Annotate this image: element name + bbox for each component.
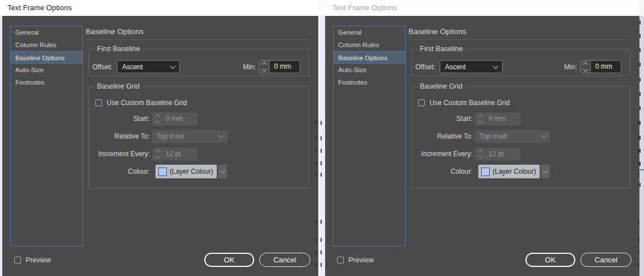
dialog-body: General Column Rules Baseline Options Au… xyxy=(325,16,639,276)
stepper-up-down-icon[interactable] xyxy=(581,61,591,73)
preview-checkbox[interactable] xyxy=(14,257,21,264)
window-title: Text Frame Options xyxy=(332,0,397,16)
panel-title: Baseline Options xyxy=(409,27,466,36)
relative-to-dropdown[interactable]: Top Inset xyxy=(152,130,228,143)
baseline-grid-legend: Baseline Grid xyxy=(94,82,142,90)
cancel-button[interactable]: Cancel xyxy=(259,253,310,267)
chevron-down-icon xyxy=(493,63,499,69)
background-sliver-right xyxy=(639,0,644,276)
offset-label: Offset: xyxy=(92,63,112,71)
sidebar-item-column-rules[interactable]: Column Rules xyxy=(334,39,405,51)
layer-colour-swatch xyxy=(158,168,167,176)
start-value: 0 mm xyxy=(486,115,506,123)
chevron-down-icon xyxy=(218,133,224,139)
first-baseline-group: First Baseline Offset: Ascent Min: 0 mm xyxy=(89,49,309,76)
sidebar-item-general[interactable]: General xyxy=(11,26,82,39)
cancel-button[interactable]: Cancel xyxy=(580,253,632,267)
text-frame-options-window-active: Text Frame Options General Column Rules … xyxy=(0,0,318,276)
sidebar-item-baseline-options[interactable]: Baseline Options xyxy=(11,51,82,64)
colour-label: Colour: xyxy=(89,168,150,175)
offset-dropdown[interactable]: Ascent xyxy=(440,60,503,73)
offset-label: Offset: xyxy=(415,63,435,71)
chevron-down-icon xyxy=(170,63,176,69)
stepper-up-down-icon xyxy=(475,115,486,123)
stepper-up-down-icon[interactable] xyxy=(260,61,270,73)
offset-dropdown[interactable]: Ascent xyxy=(117,60,180,73)
use-custom-baseline-grid-label: Use Custom Baseline Grid xyxy=(430,99,510,107)
layer-colour-swatch xyxy=(481,168,490,176)
window-titlebar[interactable]: Text Frame Options xyxy=(0,0,318,16)
start-stepper-input[interactable]: 0 mm xyxy=(152,112,197,126)
min-stepper-input[interactable]: 0 mm xyxy=(580,60,621,73)
background-gap-strip xyxy=(318,0,325,276)
window-title: Text Frame Options xyxy=(7,0,71,16)
increment-every-label: Increment Every: xyxy=(412,150,473,158)
relative-to-label: Relative To: xyxy=(89,132,150,140)
panel-title: Baseline Options xyxy=(86,27,144,36)
dialog-section-list: General Column Rules Baseline Options Au… xyxy=(333,26,406,246)
preview-label: Preview xyxy=(348,256,373,264)
increment-every-value: 12 pt xyxy=(486,150,504,158)
dialog-body: General Column Rules Baseline Options Au… xyxy=(2,16,318,276)
relative-to-value: Top Inset xyxy=(157,132,184,140)
min-value[interactable]: 0 mm xyxy=(591,61,621,73)
min-label: Min: xyxy=(564,63,577,71)
baseline-grid-group: Baseline Grid Use Custom Baseline Grid S… xyxy=(89,86,309,189)
baseline-grid-legend: Baseline Grid xyxy=(417,82,465,90)
colour-value: (Layer Colour) xyxy=(170,168,213,175)
first-baseline-group: First Baseline Offset: Ascent Min: 0 mm xyxy=(411,49,630,76)
sidebar-item-footnotes[interactable]: Footnotes xyxy=(11,76,82,89)
preview-checkbox[interactable] xyxy=(337,257,344,264)
use-custom-baseline-grid-label: Use Custom Baseline Grid xyxy=(107,99,187,107)
chevron-down-icon[interactable] xyxy=(541,165,550,178)
sidebar-item-auto-size[interactable]: Auto-Size xyxy=(11,64,82,76)
sidebar-item-auto-size[interactable]: Auto-Size xyxy=(334,64,405,76)
sidebar-item-column-rules[interactable]: Column Rules xyxy=(11,39,82,51)
offset-value: Ascent xyxy=(122,63,143,71)
use-custom-baseline-grid-checkbox[interactable] xyxy=(95,99,102,106)
use-custom-baseline-grid-checkbox[interactable] xyxy=(418,99,425,106)
chevron-down-icon xyxy=(541,133,547,139)
increment-every-value: 12 pt xyxy=(163,150,181,158)
screen: Text Frame Options General Column Rules … xyxy=(0,0,644,276)
start-value: 0 mm xyxy=(163,115,183,123)
min-label: Min: xyxy=(243,63,256,71)
colour-dropdown[interactable]: (Layer Colour) xyxy=(478,165,550,178)
window-titlebar[interactable]: Text Frame Options xyxy=(325,0,639,16)
relative-to-label: Relative To: xyxy=(412,132,473,140)
relative-to-value: Top Inset xyxy=(479,132,507,140)
stepper-up-down-icon xyxy=(475,150,486,158)
ok-button[interactable]: OK xyxy=(204,253,254,267)
dialog-section-list: General Column Rules Baseline Options Au… xyxy=(10,26,83,246)
ok-button[interactable]: OK xyxy=(525,253,575,267)
start-label: Start: xyxy=(89,115,150,123)
increment-every-label: Increment Every: xyxy=(89,150,150,158)
min-value[interactable]: 0 mm xyxy=(270,61,300,73)
sidebar-item-baseline-options[interactable]: Baseline Options xyxy=(334,51,405,64)
text-frame-options-window-inactive: Text Frame Options General Column Rules … xyxy=(325,0,639,276)
increment-every-stepper-input[interactable]: 12 pt xyxy=(475,148,520,161)
first-baseline-legend: First Baseline xyxy=(94,45,143,53)
colour-dropdown[interactable]: (Layer Colour) xyxy=(155,165,227,178)
background-sliver-left xyxy=(0,16,2,276)
sidebar-item-general[interactable]: General xyxy=(334,26,405,39)
start-stepper-input[interactable]: 0 mm xyxy=(475,112,520,126)
start-label: Start: xyxy=(412,115,473,123)
stepper-up-down-icon xyxy=(152,115,163,123)
colour-value: (Layer Colour) xyxy=(493,168,536,175)
sidebar-item-footnotes[interactable]: Footnotes xyxy=(334,76,405,89)
divider xyxy=(85,39,309,40)
relative-to-dropdown[interactable]: Top Inset xyxy=(475,130,550,143)
divider xyxy=(408,39,630,40)
preview-label: Preview xyxy=(26,256,50,264)
colour-label: Colour: xyxy=(412,168,473,175)
offset-value: Ascent xyxy=(445,63,466,71)
first-baseline-legend: First Baseline xyxy=(417,45,466,53)
increment-every-stepper-input[interactable]: 12 pt xyxy=(152,148,197,161)
min-stepper-input[interactable]: 0 mm xyxy=(259,60,300,73)
baseline-grid-group: Baseline Grid Use Custom Baseline Grid S… xyxy=(411,86,630,189)
chevron-down-icon[interactable] xyxy=(218,165,227,178)
stepper-up-down-icon xyxy=(152,150,163,158)
